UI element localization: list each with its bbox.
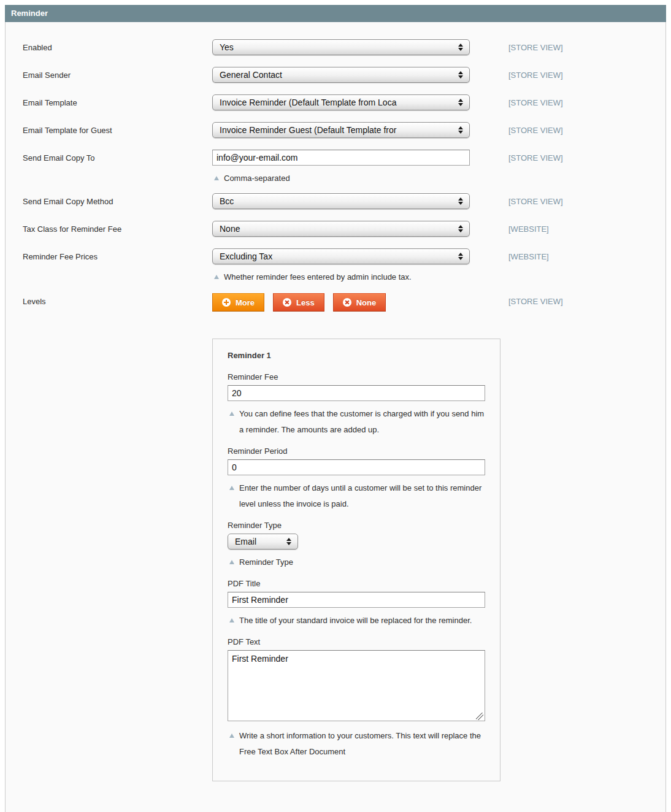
select-value: Excluding Tax [220, 251, 272, 261]
field-label: Enabled [23, 39, 212, 52]
field-label: Send Email Copy Method [23, 193, 212, 206]
field-label: PDF Title [228, 579, 485, 588]
email-template-guest-select[interactable]: Invoice Reminder Guest (Default Template… [212, 122, 470, 138]
levels-none-button[interactable]: None [333, 293, 386, 312]
select-arrows-icon [458, 44, 463, 51]
pdf-text-textarea[interactable]: First Reminder [228, 650, 485, 721]
row-tax-class: Tax Class for Reminder Fee None [WEBSITE… [23, 221, 665, 237]
group-reminder-type: Reminder Type Email Reminder Type [228, 521, 485, 570]
select-arrows-icon [286, 538, 291, 545]
row-copy-method: Send Email Copy Method Bcc [STORE VIEW] [23, 193, 665, 209]
note-arrow-icon [229, 560, 234, 564]
field-label: PDF Text [228, 637, 485, 646]
scope-label: [STORE VIEW] [508, 150, 563, 163]
enabled-select[interactable]: Yes [212, 39, 470, 55]
select-value: None [220, 224, 240, 234]
scope-label: [STORE VIEW] [508, 293, 563, 306]
reminder-1-box: Reminder 1 Reminder Fee You can define f… [212, 339, 500, 781]
note-arrow-icon [229, 486, 234, 490]
field-note: Whether reminder fees entered by admin i… [212, 269, 470, 285]
field-note: Enter the number of days until a custome… [228, 480, 485, 512]
scope-label: [STORE VIEW] [508, 67, 563, 80]
section-body: Enabled Yes [STORE VIEW] Email Sender Ge… [5, 22, 666, 812]
reminder-1-title: Reminder 1 [228, 351, 485, 360]
field-note: You can define fees that the customer is… [228, 406, 485, 438]
send-copy-to-input[interactable] [212, 150, 470, 166]
note-arrow-icon [214, 275, 219, 279]
scope-label: [STORE VIEW] [508, 122, 563, 135]
pdf-title-input[interactable] [228, 592, 485, 608]
tax-class-select[interactable]: None [212, 221, 470, 237]
field-label: Reminder Period [228, 446, 485, 456]
scope-label: [STORE VIEW] [508, 39, 563, 52]
note-arrow-icon [229, 733, 234, 738]
field-label: Reminder Fee [228, 372, 485, 381]
select-value: Email [235, 537, 256, 546]
row-fee-prices: Reminder Fee Prices Excluding Tax Whethe… [23, 248, 665, 285]
field-label: Email Template for Guest [23, 122, 212, 135]
scope-label: [WEBSITE] [508, 221, 549, 234]
field-label: Tax Class for Reminder Fee [23, 221, 212, 234]
section-header: Reminder [5, 5, 666, 22]
x-circle-icon [283, 298, 291, 307]
reminder-period-input[interactable] [228, 459, 485, 475]
field-note: Write a short information to your custom… [228, 728, 485, 760]
select-arrows-icon [458, 99, 463, 106]
note-arrow-icon [214, 176, 219, 180]
field-label: Send Email Copy To [23, 150, 212, 163]
select-arrows-icon [458, 126, 463, 134]
group-pdf-title: PDF Title The title of your standard inv… [228, 579, 485, 629]
select-arrows-icon [458, 71, 463, 79]
email-template-select[interactable]: Invoice Reminder (Default Template from … [212, 94, 470, 110]
section-title: Reminder [11, 9, 48, 18]
row-email-sender: Email Sender General Contact [STORE VIEW… [23, 67, 665, 83]
levels-less-button[interactable]: Less [273, 293, 324, 312]
config-section: Reminder Enabled Yes [STORE VIEW] Email … [5, 5, 666, 812]
row-levels: Levels More Less None [STORE VIEW] [23, 293, 665, 312]
row-email-template: Email Template Invoice Reminder (Default… [23, 94, 665, 110]
note-arrow-icon [229, 412, 234, 416]
scope-label: [STORE VIEW] [508, 94, 563, 107]
field-note: Reminder Type [228, 554, 485, 570]
row-send-copy-to: Send Email Copy To Comma-separated [STOR… [23, 150, 665, 186]
fee-prices-select[interactable]: Excluding Tax [212, 248, 470, 264]
note-arrow-icon [229, 618, 234, 622]
select-value: Bcc [220, 196, 234, 206]
field-label: Reminder Fee Prices [23, 248, 212, 261]
row-email-template-guest: Email Template for Guest Invoice Reminde… [23, 122, 665, 138]
field-label: Email Template [23, 94, 212, 107]
reminder-type-select[interactable]: Email [228, 534, 298, 550]
field-label: Levels [23, 293, 212, 306]
select-arrows-icon [458, 225, 463, 232]
scope-label: [WEBSITE] [508, 248, 549, 261]
x-circle-icon [343, 298, 351, 307]
copy-method-select[interactable]: Bcc [212, 193, 470, 209]
select-value: General Contact [220, 70, 282, 80]
group-reminder-period: Reminder Period Enter the number of days… [228, 446, 485, 512]
row-reminder-1: Reminder 1 Reminder Fee You can define f… [23, 331, 665, 781]
field-note: The title of your standard invoice will … [228, 613, 485, 629]
group-pdf-text: PDF Text First Reminder Write a short in… [228, 637, 485, 760]
email-sender-select[interactable]: General Contact [212, 67, 470, 83]
reminder-fee-input[interactable] [228, 385, 485, 401]
select-value: Invoice Reminder Guest (Default Template… [220, 125, 396, 135]
plus-circle-icon [222, 298, 231, 307]
field-note: Comma-separated [212, 170, 470, 186]
row-enabled: Enabled Yes [STORE VIEW] [23, 39, 665, 55]
select-arrows-icon [458, 253, 463, 260]
field-label: Email Sender [23, 67, 212, 80]
group-reminder-fee: Reminder Fee You can define fees that th… [228, 372, 485, 438]
select-arrows-icon [458, 197, 463, 205]
scope-label: [STORE VIEW] [508, 193, 563, 206]
field-label: Reminder Type [228, 521, 485, 530]
levels-more-button[interactable]: More [212, 293, 264, 312]
select-value: Yes [220, 42, 234, 52]
select-value: Invoice Reminder (Default Template from … [220, 98, 396, 107]
